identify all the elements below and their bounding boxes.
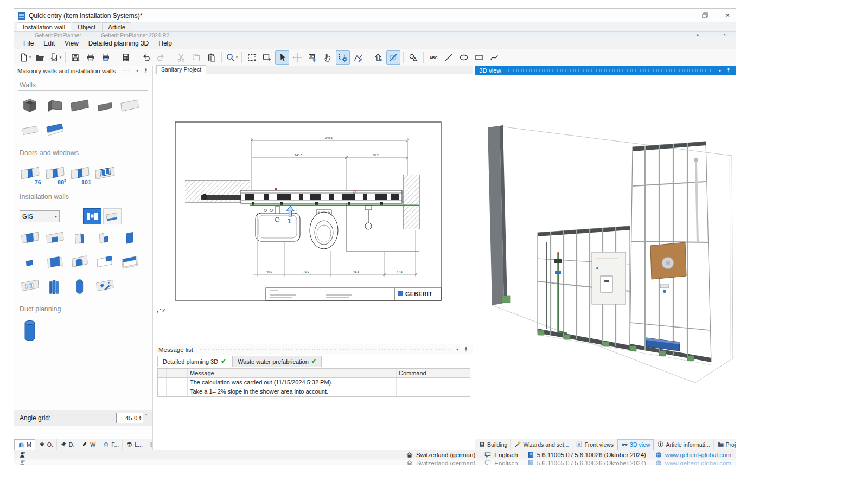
rectangle-tool-button[interactable]	[472, 50, 486, 65]
menu-edit[interactable]: Edit	[39, 38, 60, 48]
thumb-wall-short[interactable]	[92, 95, 117, 118]
chevron-down-icon[interactable]: ▾	[236, 55, 238, 60]
thumb-door-76[interactable]: 76	[17, 163, 42, 186]
sidebar-tab-d-tab[interactable]: D.	[57, 439, 79, 450]
thumb-iw-u-shape[interactable]	[42, 252, 67, 274]
save-button[interactable]	[68, 50, 82, 65]
expand-chevron-icon[interactable]: ▾	[724, 32, 726, 37]
restore-icon[interactable]	[700, 11, 710, 21]
partition-toggle[interactable]	[103, 208, 122, 224]
thumb-iw-rounded[interactable]	[67, 275, 92, 298]
panel-tab-building[interactable]: Building	[475, 439, 511, 450]
message-tab-detailed-planning-3d[interactable]: Detailed planning 3D✔	[157, 356, 231, 367]
polyline-button[interactable]	[351, 50, 365, 65]
tab-article[interactable]: Article	[102, 22, 131, 31]
menu-detailed-planning-3d[interactable]: Detailed planning 3D	[84, 38, 154, 48]
import-document-button[interactable]: ▾	[48, 50, 62, 65]
thumb-iw-niche[interactable]	[67, 252, 92, 274]
print-preview-button[interactable]	[99, 50, 113, 65]
select-cursor-button[interactable]	[275, 50, 289, 65]
close-icon[interactable]: ✕	[723, 11, 732, 21]
collapse-chevron-icon[interactable]: ▴	[697, 32, 699, 37]
thumb-iw-frame-open[interactable]	[117, 252, 142, 274]
cut-button[interactable]	[174, 50, 188, 65]
thumb-iw-corner-fin[interactable]	[92, 228, 117, 251]
column-message[interactable]: Message	[188, 369, 397, 377]
thumb-door-88[interactable]: 885	[42, 163, 67, 186]
drag-handle[interactable]	[199, 348, 451, 351]
panel-tab-front-views[interactable]: Front views	[572, 439, 617, 450]
tab-object[interactable]: Object	[72, 22, 101, 31]
menu-help[interactable]: Help	[154, 38, 177, 48]
redo-button[interactable]	[154, 50, 168, 65]
chevron-down-icon[interactable]: ▾	[29, 55, 31, 60]
system-dropdown[interactable]: GIS ▾	[20, 210, 60, 222]
thumb-iw-top-corner[interactable]	[92, 252, 117, 274]
thumb-wall-room[interactable]	[17, 95, 42, 118]
ellipse-tool-button[interactable]	[457, 50, 471, 65]
thumb-wall-corner[interactable]	[42, 95, 67, 118]
new-document-button[interactable]: ▾	[18, 50, 32, 65]
column-command[interactable]: Command	[397, 369, 470, 377]
sidebar-tab-f-tab[interactable]: F...	[99, 439, 123, 450]
angle-grid-input[interactable]: 45.0 ▲▼	[116, 413, 143, 423]
undo-button[interactable]	[139, 50, 153, 65]
thumb-iw-free-panel[interactable]	[117, 228, 142, 251]
menu-file[interactable]: File	[18, 38, 39, 48]
thumb-wall-light[interactable]	[117, 95, 142, 118]
thumb-iw-column[interactable]	[42, 275, 67, 298]
open-folder-button[interactable]	[33, 50, 47, 65]
status-website[interactable]: www.geberit-global.com	[655, 451, 731, 459]
drag-handle[interactable]	[507, 69, 713, 72]
print-button[interactable]	[84, 50, 98, 65]
panel-tab-view-3d[interactable]: 3D view	[617, 439, 654, 450]
drawing-canvas[interactable]: 240.5 143.8 60.2	[155, 74, 473, 344]
thumb-wall-highlighted[interactable]	[42, 119, 67, 142]
copy-button[interactable]	[189, 50, 203, 65]
thumb-iw-full-height[interactable]	[17, 228, 42, 251]
drag-handle[interactable]	[122, 69, 131, 72]
thumb-iw-window-cutout[interactable]	[17, 275, 42, 298]
hide-elements-button[interactable]	[386, 50, 400, 65]
chevron-down-icon[interactable]: ▾	[719, 68, 721, 73]
chevron-down-icon[interactable]: ▾	[456, 347, 458, 352]
thumb-wall-light-2[interactable]	[17, 119, 42, 142]
thumb-iw-wizard[interactable]	[92, 275, 117, 298]
pin-icon[interactable]	[143, 68, 149, 74]
calculator-button[interactable]	[119, 50, 133, 65]
thumb-window[interactable]	[92, 163, 117, 186]
thumb-wall-straight[interactable]	[67, 95, 92, 118]
text-abc-button[interactable]: ABC	[426, 50, 441, 65]
spinner-buttons[interactable]: ▲▼	[138, 415, 142, 421]
menu-view[interactable]: View	[60, 38, 84, 48]
message-row[interactable]: The calculation was carried out (11/15/2…	[158, 378, 470, 387]
panel-tab-wizards[interactable]: Wizards and set...	[511, 439, 572, 450]
sidebar-tab-w-tab[interactable]: W	[78, 439, 99, 450]
zoom-tool-button[interactable]: ▾	[225, 50, 239, 65]
sidebar-tab-masonry-tab[interactable]: M	[14, 439, 35, 450]
pin-icon[interactable]	[725, 67, 732, 74]
thumb-iw-low-panel[interactable]	[17, 252, 42, 274]
hand-button[interactable]	[321, 50, 335, 65]
thumb-iw-fin[interactable]	[67, 228, 92, 251]
thumb-duct-vertical[interactable]	[17, 319, 42, 342]
gis-wall-toggle[interactable]	[83, 208, 101, 224]
chevron-down-icon[interactable]: ▾	[136, 68, 138, 73]
thumb-door-101[interactable]: 101	[67, 163, 92, 186]
tab-sanitary-project[interactable]: Sanitary Project	[156, 65, 206, 74]
tab-installation-wall[interactable]: Installation wall	[17, 22, 71, 31]
3d-viewport[interactable]	[475, 75, 736, 439]
pin-icon[interactable]	[463, 346, 469, 353]
area-settings-button[interactable]	[336, 50, 350, 65]
label-move-button[interactable]	[305, 50, 320, 65]
sidebar-tab-o-tab[interactable]: O.	[35, 439, 57, 450]
sidebar-tab-l-tab[interactable]: L...	[123, 439, 146, 450]
chevron-down-icon[interactable]: ▾	[60, 55, 62, 60]
panel-tab-article-info[interactable]: Article informati...	[654, 439, 713, 450]
shapes-button[interactable]	[406, 50, 420, 65]
curve-tool-button[interactable]	[487, 50, 501, 65]
status-website[interactable]: www.geberit-global.com	[655, 459, 731, 465]
paste-button[interactable]	[205, 50, 219, 65]
panel-tab-project-folder[interactable]: Project	[714, 439, 736, 450]
move-button[interactable]	[290, 50, 304, 65]
